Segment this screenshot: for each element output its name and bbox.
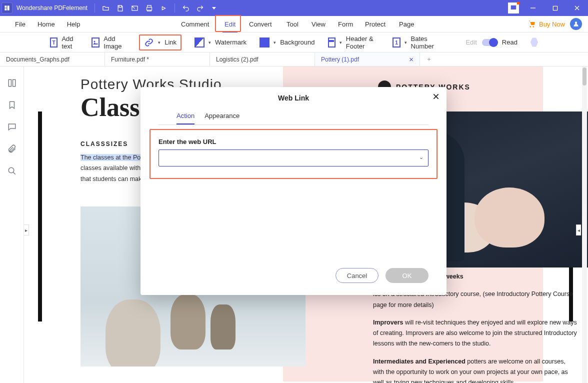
- menu-home[interactable]: Home: [32, 16, 61, 32]
- expand-left-handle[interactable]: ▸: [24, 224, 29, 236]
- minimize-button[interactable]: [522, 0, 544, 16]
- vertical-scrollbar[interactable]: [582, 66, 587, 383]
- header-footer-icon: [328, 38, 336, 48]
- url-input[interactable]: [158, 150, 428, 166]
- redo-icon[interactable]: [196, 4, 204, 12]
- dialog-footer: Cancel OK: [140, 268, 446, 295]
- open-icon[interactable]: [102, 4, 110, 12]
- decor-strip: [38, 112, 42, 322]
- text-icon: T: [50, 38, 58, 48]
- thumbnails-icon[interactable]: [6, 78, 18, 88]
- dialog-tabs: Action Appearance: [158, 109, 428, 125]
- cancel-button[interactable]: Cancel: [336, 268, 378, 283]
- link-button[interactable]: ▾ Link: [139, 34, 182, 50]
- dialog-body: Enter the web URL ⌄: [140, 125, 446, 176]
- user-avatar[interactable]: [570, 18, 582, 30]
- app-title: Wondershare PDFelement: [16, 4, 88, 12]
- header-footer-button[interactable]: ▾ Header & Footer: [328, 35, 380, 50]
- watermark-icon: [194, 38, 204, 48]
- bates-number-button[interactable]: 1 ▾ Bates Number: [392, 35, 440, 50]
- svg-point-1: [94, 40, 96, 42]
- menu-file[interactable]: File: [9, 16, 32, 32]
- doc-tab-active[interactable]: Pottery (1).pdf ×: [315, 52, 420, 66]
- doc-tab[interactable]: Documents_Graphs.pdf: [0, 52, 105, 66]
- titlebar-history-group: [174, 4, 217, 12]
- edit-toolbar: T Add text Add Image ▾ Link ▾ Watermark …: [0, 32, 588, 52]
- add-image-button[interactable]: Add Image: [92, 35, 126, 50]
- add-tab-button[interactable]: ＋: [420, 52, 438, 66]
- image-icon: [92, 38, 100, 48]
- doc-tab[interactable]: Furniture.pdf *: [105, 52, 210, 66]
- buy-now-link[interactable]: Buy Now: [528, 20, 565, 28]
- close-tab-icon[interactable]: ×: [409, 55, 414, 64]
- menu-tool[interactable]: Tool: [280, 16, 304, 32]
- menu-protect[interactable]: Protect: [359, 16, 392, 32]
- left-rail: [0, 66, 24, 383]
- save-icon[interactable]: [116, 4, 124, 12]
- section-label: CLASSSIZES: [80, 140, 128, 148]
- background-icon: [260, 38, 270, 48]
- bookmark-icon[interactable]: [6, 100, 18, 110]
- chevron-down-icon: ▾: [158, 40, 160, 45]
- attachment-icon[interactable]: [6, 144, 18, 154]
- menu-view[interactable]: View: [306, 16, 332, 32]
- comment-icon[interactable]: [6, 122, 18, 132]
- print-icon[interactable]: [146, 4, 153, 12]
- highlight-edit-menu: [215, 15, 241, 32]
- document-tabs: Documents_Graphs.pdf Furniture.pdf * Log…: [0, 52, 588, 66]
- link-icon: [144, 38, 154, 48]
- cart-icon: [528, 20, 536, 28]
- svg-rect-3: [12, 80, 15, 86]
- menu-form[interactable]: Form: [332, 16, 359, 32]
- titlebar-file-group: [94, 4, 168, 12]
- add-text-button[interactable]: T Add text: [50, 35, 78, 50]
- chevron-down-icon: ▾: [208, 40, 211, 45]
- chevron-down-icon: ▾: [404, 40, 407, 45]
- search-icon[interactable]: [6, 166, 18, 176]
- mail-icon[interactable]: [131, 4, 138, 12]
- app-logo: [2, 2, 12, 14]
- toggle-switch[interactable]: [482, 39, 497, 46]
- menu-page[interactable]: Page: [393, 16, 420, 32]
- edit-mode-label: Edit: [466, 38, 476, 46]
- dialog-title: Web Link: [140, 87, 446, 106]
- edit-read-toggle[interactable]: Edit Read: [466, 38, 517, 46]
- watermark-button[interactable]: ▾ Watermark: [194, 38, 246, 48]
- dialog-tab-appearance[interactable]: Appearance: [204, 109, 240, 124]
- doc-tab[interactable]: Logistics (2).pdf: [210, 52, 315, 66]
- chevron-down-icon: ▾: [274, 40, 276, 45]
- menubar: File Home Help Comment Edit Convert Tool…: [0, 16, 588, 32]
- menu-comment[interactable]: Comment: [175, 16, 215, 32]
- svg-rect-0: [553, 6, 557, 10]
- maximize-button[interactable]: [544, 0, 566, 16]
- read-mode-label: Read: [502, 38, 518, 46]
- expand-right-handle[interactable]: ◂: [576, 224, 581, 236]
- dropdown-icon[interactable]: [211, 5, 217, 11]
- promo-icon[interactable]: [508, 2, 519, 14]
- svg-rect-2: [8, 80, 11, 86]
- menu-help[interactable]: Help: [61, 16, 86, 32]
- web-link-dialog: Web Link Action Appearance Enter the web…: [140, 87, 446, 295]
- settings-hex-icon[interactable]: [530, 38, 538, 48]
- bates-icon: 1: [392, 38, 400, 48]
- background-button[interactable]: ▾ Background: [260, 38, 314, 48]
- svg-point-4: [8, 168, 14, 173]
- share-icon[interactable]: [160, 4, 168, 12]
- dialog-tab-action[interactable]: Action: [176, 109, 194, 124]
- chevron-down-icon: ▾: [340, 40, 342, 45]
- ok-button[interactable]: OK: [386, 268, 428, 283]
- menu-convert[interactable]: Convert: [243, 16, 278, 32]
- titlebar: Wondershare PDFelement: [0, 0, 588, 16]
- close-button[interactable]: [566, 0, 588, 16]
- dialog-close-button[interactable]: [432, 93, 440, 100]
- undo-icon[interactable]: [182, 4, 190, 12]
- url-label: Enter the web URL: [158, 138, 428, 146]
